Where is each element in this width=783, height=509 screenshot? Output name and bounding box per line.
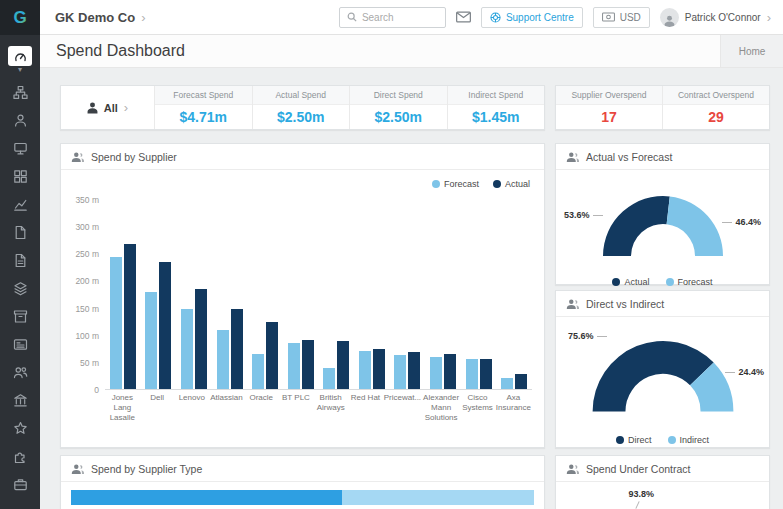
bar-forecast: [394, 355, 406, 389]
stack-segment-1: [71, 490, 342, 505]
sidebar-item-puzzle[interactable]: [0, 442, 40, 470]
sidebar-item-archive-box[interactable]: [0, 302, 40, 330]
kpi-card: All › Forecast Spend $4.71m Actual Spend…: [60, 85, 545, 130]
life-ring-icon: [490, 12, 501, 23]
bar-chart: ForecastActual 050 m100 m150 m200 m250 m…: [61, 170, 544, 447]
x-axis-label: BT PLC: [279, 393, 314, 423]
legend-actual[interactable]: Actual: [612, 277, 649, 287]
kpi-actual-spend[interactable]: Actual Spend $2.50m: [253, 86, 351, 129]
legend-dot: [616, 436, 624, 444]
support-centre-label: Support Centre: [506, 12, 574, 23]
kpi-value: $4.71m: [155, 105, 252, 129]
envelope-icon: [456, 11, 471, 23]
sidebar-item-user[interactable]: [0, 106, 40, 134]
legend-indirect[interactable]: Indirect: [668, 435, 710, 445]
bar-actual: [195, 289, 207, 389]
company-menu[interactable]: GK Demo Co ›: [55, 10, 146, 25]
kpi-forecast-spend[interactable]: Forecast Spend $4.71m: [155, 86, 253, 129]
kpi-contract-overspend[interactable]: Contract Overspend 29: [663, 86, 769, 129]
kpi-label: Contract Overspend: [663, 86, 769, 105]
bar-forecast: [430, 357, 442, 389]
spend-by-supplier-card: Spend by Supplier ForecastActual 050 m10…: [60, 143, 545, 448]
sidebar-item-users[interactable]: [0, 358, 40, 386]
kpi-value: $1.45m: [448, 105, 545, 129]
sidebar-item-star[interactable]: [0, 414, 40, 442]
legend-actual[interactable]: Actual: [493, 179, 530, 189]
sidebar-item-chart-line[interactable]: [0, 190, 40, 218]
support-centre-button[interactable]: Support Centre: [481, 7, 583, 28]
sidebar-item-dashboard[interactable]: ▾: [0, 42, 40, 78]
kpi-indirect-spend[interactable]: Indirect Spend $1.45m: [448, 86, 545, 129]
user-icon: [13, 113, 28, 128]
y-axis: 050 m100 m150 m200 m250 m300 m350 m: [71, 200, 105, 390]
sidebar-item-grid[interactable]: [0, 162, 40, 190]
sitemap-icon: [13, 85, 28, 100]
app-window: G ▾ GK Demo Co › Support Centre USD: [0, 0, 783, 509]
legend-forecast[interactable]: Forecast: [432, 179, 479, 189]
page-title: Spend Dashboard: [40, 42, 185, 60]
sidebar-item-bank[interactable]: [0, 386, 40, 414]
bar-actual: [515, 374, 527, 389]
y-tick-label: 0: [94, 385, 99, 395]
search-input[interactable]: [362, 12, 438, 23]
spend-under-contract-card: Spend Under Contract 93.8%: [555, 455, 770, 509]
sidebar-item-card-list[interactable]: [0, 330, 40, 358]
connector-line: [597, 336, 607, 337]
card-title: Spend Under Contract: [586, 463, 690, 475]
breadcrumb-home[interactable]: Home: [720, 35, 783, 67]
people-icon: [71, 463, 85, 475]
users-icon: [13, 365, 28, 380]
kpi-value: $2.50m: [350, 105, 447, 129]
svg-text:G: G: [13, 8, 26, 27]
bar-actual: [444, 354, 456, 389]
bar-forecast: [252, 354, 264, 389]
legend-direct[interactable]: Direct: [616, 435, 652, 445]
bar-actual: [266, 322, 278, 390]
archive-box-icon: [13, 309, 28, 324]
scope-selector[interactable]: All ›: [61, 86, 155, 129]
currency-button[interactable]: USD: [593, 7, 650, 28]
gauge-label-right: 24.4%: [725, 367, 764, 377]
x-axis-labels: Jones Lang LasalleDellLenovoAtlassianOra…: [105, 393, 532, 423]
card-header: Actual vs Forecast: [556, 144, 769, 170]
kpi-value: 29: [663, 105, 769, 129]
card-header: Spend by Supplier: [61, 144, 544, 170]
sidebar-item-file[interactable]: [0, 218, 40, 246]
legend-forecast[interactable]: Forecast: [666, 277, 713, 287]
gauge-legend: ActualForecast: [556, 277, 769, 287]
bar-forecast: [288, 343, 300, 389]
card-header: Direct vs Indirect: [556, 291, 769, 317]
company-name: GK Demo Co: [55, 10, 135, 25]
sidebar-item-sitemap[interactable]: [0, 78, 40, 106]
messages-button[interactable]: [456, 11, 471, 23]
app-logo[interactable]: G: [0, 0, 40, 35]
sidebar: G ▾: [0, 0, 40, 509]
spend-by-supplier-type-card: Spend by Supplier Type: [60, 455, 545, 509]
search-icon: [347, 12, 357, 22]
x-axis-label: Dell: [140, 393, 175, 423]
bar-forecast: [110, 257, 122, 389]
people-icon: [566, 463, 580, 475]
chevron-right-icon: ›: [141, 11, 145, 24]
bar-forecast: [466, 359, 478, 389]
kpi-direct-spend[interactable]: Direct Spend $2.50m: [350, 86, 448, 129]
gauge-label: 93.8%: [628, 489, 654, 499]
bar-forecast: [359, 351, 371, 389]
briefcase-icon: [13, 477, 28, 492]
gauge-segment-actual: [603, 196, 670, 256]
connector-line: [725, 372, 735, 373]
user-name: Patrick O'Connor: [685, 12, 761, 23]
kpi-label: Actual Spend: [253, 86, 350, 105]
sidebar-item-file-text[interactable]: [0, 246, 40, 274]
card-title: Actual vs Forecast: [586, 151, 672, 163]
sidebar-item-briefcase[interactable]: [0, 470, 40, 498]
bar-forecast: [323, 368, 335, 389]
sidebar-item-monitor[interactable]: [0, 134, 40, 162]
search-box[interactable]: [339, 7, 446, 28]
kpi-supplier-overspend[interactable]: Supplier Overspend 17: [556, 86, 663, 129]
user-menu[interactable]: Patrick O'Connor ›: [660, 8, 771, 27]
y-tick-label: 350 m: [75, 195, 99, 205]
sidebar-item-layers[interactable]: [0, 274, 40, 302]
y-tick-label: 300 m: [75, 222, 99, 232]
connector-line: [722, 222, 732, 223]
